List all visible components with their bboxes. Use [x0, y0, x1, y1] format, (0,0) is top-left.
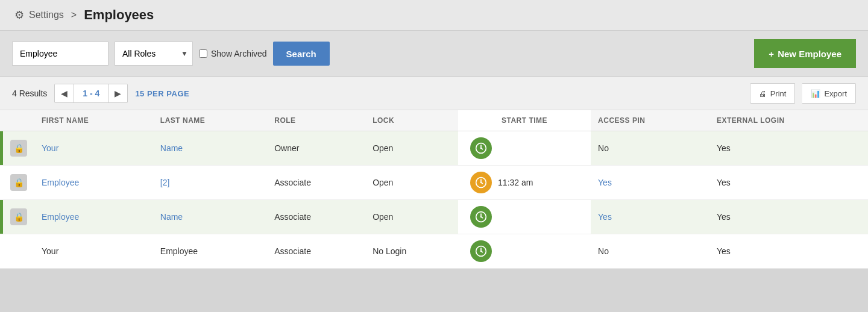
svg-point-7 [480, 182, 482, 184]
last-name-link[interactable]: Name [160, 212, 183, 222]
access-pin-cell: Yes [591, 200, 709, 234]
print-icon: 🖨 [759, 89, 767, 98]
table-row[interactable]: 🔒Employee[2]AssociateOpen 11:32 amYesYes [0, 166, 868, 200]
search-button[interactable]: Search [273, 42, 330, 66]
last-name-link[interactable]: [2] [160, 178, 170, 187]
show-archived-text: Show Archived [211, 49, 267, 58]
first-name-cell[interactable]: Your [34, 131, 153, 166]
pagination: ◀ 1 - 4 ▶ [54, 84, 128, 103]
table-row[interactable]: YourEmployeeAssociateNo Login NoYes [0, 234, 868, 269]
start-time-cell [458, 234, 591, 269]
print-button[interactable]: 🖨 Print [750, 83, 796, 104]
per-page-selector[interactable]: 15 PER PAGE [135, 89, 189, 98]
employee-search-input[interactable] [12, 42, 108, 66]
table-row[interactable]: 🔒YourNameOwnerOpen NoYes [0, 131, 868, 166]
show-archived-checkbox[interactable] [199, 49, 207, 58]
clock-button[interactable] [470, 206, 492, 228]
start-time-text: 11:32 am [498, 178, 533, 187]
page-range: 1 - 4 [74, 84, 108, 102]
last-name-link[interactable]: Name [160, 143, 183, 153]
lock-icon: 🔒 [10, 208, 27, 225]
lock-status-cell: Open [365, 166, 458, 200]
external-login-col-header: EXTERNAL LOGIN [709, 110, 868, 131]
svg-point-3 [480, 148, 482, 149]
clock-button[interactable] [470, 172, 492, 193]
start-time-cell [458, 200, 591, 234]
lock-icon-cell [3, 234, 34, 269]
prev-page-button[interactable]: ◀ [55, 84, 74, 102]
results-bar: 4 Results ◀ 1 - 4 ▶ 15 PER PAGE 🖨 Print … [0, 77, 868, 110]
role-cell: Associate [267, 234, 365, 269]
settings-link[interactable]: Settings [29, 10, 64, 20]
first-name-cell[interactable]: Employee [34, 200, 153, 234]
access-pin-col-header: ACCESS PIN [591, 110, 709, 131]
first-name-cell[interactable]: Employee [34, 166, 153, 200]
new-employee-button[interactable]: + New Employee [754, 39, 856, 68]
print-label: Print [770, 89, 787, 98]
last-name-cell[interactable]: Name [153, 200, 267, 234]
roles-select-wrapper: All Roles Owner Manager Associate ▼ [115, 42, 193, 66]
toolbar: All Roles Owner Manager Associate ▼ Show… [0, 31, 868, 77]
lock-icon: 🔒 [10, 174, 27, 191]
last-name-cell: Employee [153, 234, 267, 269]
header-bar: ⚙ Settings > Employees [0, 0, 868, 31]
results-count: 4 Results [12, 89, 47, 98]
svg-point-15 [480, 251, 482, 252]
first-name-link[interactable]: Employee [42, 178, 79, 187]
lock-icon-cell: 🔒 [3, 200, 34, 234]
access-pin-cell: Yes [591, 166, 709, 200]
first-name-link[interactable]: Employee [42, 212, 79, 222]
start-time-cell [458, 131, 591, 166]
svg-point-11 [480, 216, 482, 218]
page-title: Employees [84, 7, 154, 23]
start-time-cell: 11:32 am [458, 166, 591, 200]
last-name-col-header: LAST NAME [153, 110, 267, 131]
new-employee-label: New Employee [778, 49, 841, 59]
first-name-col-header: FIRST NAME [34, 110, 153, 131]
first-name-link[interactable]: Your [42, 143, 58, 153]
lock-status-cell: No Login [365, 234, 458, 269]
gear-icon: ⚙ [14, 8, 24, 22]
external-login-cell: Yes [709, 166, 868, 200]
export-icon: 📊 [811, 89, 820, 98]
export-label: Export [824, 89, 847, 98]
first-name-cell: Your [34, 234, 153, 269]
access-pin-cell: No [591, 234, 709, 269]
lock-col-header [3, 110, 34, 131]
start-time-col-header: START TIME [458, 110, 591, 131]
export-button[interactable]: 📊 Export [802, 83, 856, 104]
next-page-button[interactable]: ▶ [108, 84, 127, 102]
lock-status-col-header: LOCK [365, 110, 458, 131]
role-cell: Associate [267, 166, 365, 200]
table-header-row: FIRST NAME LAST NAME ROLE LOCK START TIM… [0, 110, 868, 131]
last-name-cell[interactable]: Name [153, 131, 267, 166]
lock-status-cell: Open [365, 131, 458, 166]
external-login-cell: Yes [709, 131, 868, 166]
role-cell: Owner [267, 131, 365, 166]
roles-select[interactable]: All Roles Owner Manager Associate [115, 42, 193, 66]
breadcrumb-separator: > [71, 10, 77, 20]
role-col-header: ROLE [267, 110, 365, 131]
last-name-cell[interactable]: [2] [153, 166, 267, 200]
plus-icon: + [769, 49, 774, 59]
employees-table-container: FIRST NAME LAST NAME ROLE LOCK START TIM… [0, 110, 868, 269]
show-archived-label[interactable]: Show Archived [199, 49, 267, 58]
lock-icon-cell: 🔒 [3, 131, 34, 166]
table-row[interactable]: 🔒EmployeeNameAssociateOpen YesYes [0, 200, 868, 234]
external-login-cell: Yes [709, 200, 868, 234]
employees-table: FIRST NAME LAST NAME ROLE LOCK START TIM… [0, 110, 868, 269]
external-login-cell: Yes [709, 234, 868, 269]
role-cell: Associate [267, 200, 365, 234]
lock-icon: 🔒 [10, 140, 27, 157]
clock-button[interactable] [470, 240, 492, 262]
lock-status-cell: Open [365, 200, 458, 234]
access-pin-cell: No [591, 131, 709, 166]
lock-icon-cell: 🔒 [3, 166, 34, 200]
clock-button[interactable] [470, 137, 492, 159]
